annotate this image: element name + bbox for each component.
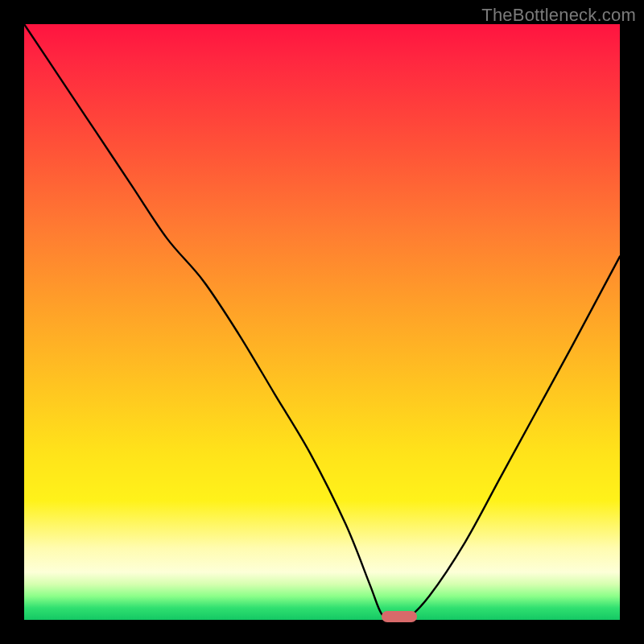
- plot-area: [24, 24, 620, 620]
- watermark-text: TheBottleneck.com: [481, 5, 636, 26]
- curve-svg: [24, 24, 620, 620]
- chart-frame: TheBottleneck.com: [0, 0, 644, 644]
- optimum-marker: [382, 611, 417, 622]
- bottleneck-curve: [24, 24, 620, 620]
